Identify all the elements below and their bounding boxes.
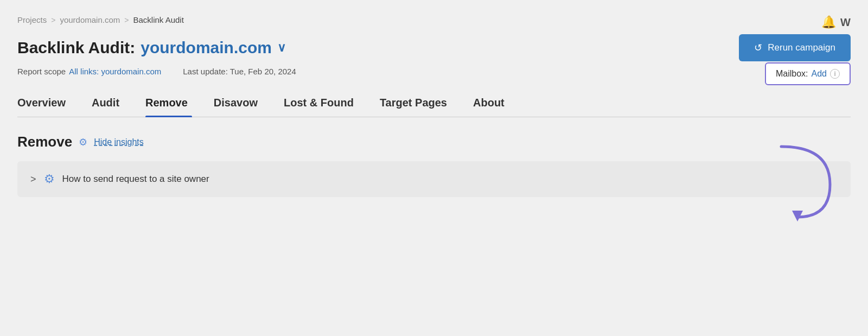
tab-remove[interactable]: Remove — [145, 91, 203, 117]
mailbox-info-icon[interactable]: i — [830, 69, 840, 79]
report-scope-label: Report scope — [17, 67, 66, 76]
tab-lost-found[interactable]: Lost & Found — [284, 91, 369, 117]
content-area: Remove ⚙ Hide insights > ⚙ How to send r… — [17, 117, 851, 197]
mailbox-add-button[interactable]: Add — [812, 69, 827, 79]
breadcrumb-domain[interactable]: yourdomain.com — [60, 15, 120, 24]
section-title: Remove — [17, 134, 72, 150]
insight-expand-icon[interactable]: > — [30, 174, 36, 185]
tab-about[interactable]: About — [473, 91, 520, 117]
page-wrapper: 🔔 W Projects > yourdomain.com > Backlink… — [0, 0, 868, 336]
subheader-row: Report scope All links: yourdomain.com L… — [17, 67, 851, 76]
header-row: Backlink Audit: yourdomain.com ∨ ↺ Rerun… — [17, 34, 851, 61]
tab-overview[interactable]: Overview — [17, 91, 81, 117]
hide-insights-button[interactable]: Hide insights — [94, 137, 144, 147]
title-domain[interactable]: yourdomain.com — [141, 39, 272, 57]
page-title: Backlink Audit: yourdomain.com ∨ — [17, 39, 286, 57]
top-right-icons: 🔔 W — [821, 15, 851, 29]
domain-chevron-icon[interactable]: ∨ — [277, 41, 286, 55]
section-header: Remove ⚙ Hide insights — [17, 134, 851, 150]
rerun-icon: ↺ — [754, 42, 762, 54]
breadcrumb-sep-2: > — [124, 16, 129, 24]
tab-audit[interactable]: Audit — [92, 91, 135, 117]
breadcrumb-projects[interactable]: Projects — [17, 15, 47, 24]
tab-disavow[interactable]: Disavow — [214, 91, 273, 117]
report-scope-link[interactable]: All links: yourdomain.com — [69, 67, 161, 76]
breadcrumb-sep-1: > — [51, 16, 55, 24]
insight-panel: > ⚙ How to send request to a site owner — [17, 161, 851, 197]
rerun-label: Rerun campaign — [768, 42, 835, 53]
breadcrumb: Projects > yourdomain.com > Backlink Aud… — [17, 15, 851, 24]
rerun-campaign-button[interactable]: ↺ Rerun campaign — [739, 34, 851, 61]
breadcrumb-current: Backlink Audit — [133, 15, 183, 24]
notification-icon[interactable]: 🔔 — [821, 15, 836, 29]
nav-tabs: Overview Audit Remove Disavow Lost & Fou… — [17, 91, 851, 117]
mailbox-label: Mailbox: — [776, 69, 808, 79]
mailbox-box: Mailbox: Add i — [765, 62, 851, 85]
tab-target-pages[interactable]: Target Pages — [380, 91, 462, 117]
title-prefix: Backlink Audit: — [17, 39, 135, 57]
insight-text: How to send request to a site owner — [62, 174, 209, 185]
last-update: Last update: Tue, Feb 20, 2024 — [183, 67, 296, 76]
top-right-label: W — [840, 16, 851, 29]
insights-gear-icon: ⚙ — [79, 136, 87, 148]
insight-gear-icon: ⚙ — [44, 172, 55, 186]
svg-marker-0 — [792, 211, 803, 221]
